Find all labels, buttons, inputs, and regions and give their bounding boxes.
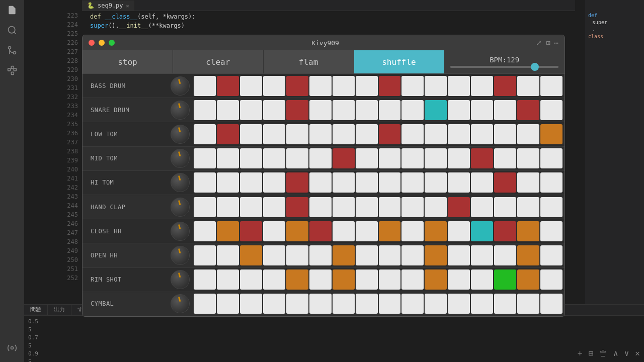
seq-cell-9-9[interactable] <box>401 294 424 314</box>
seq-cell-2-6[interactable] <box>333 124 355 144</box>
seq-cell-7-5[interactable] <box>309 245 332 265</box>
seq-cell-4-9[interactable] <box>401 172 424 193</box>
seq-cell-5-13[interactable] <box>494 197 516 217</box>
seq-cell-3-7[interactable] <box>356 148 378 168</box>
seq-knob-1[interactable] <box>171 101 190 120</box>
seq-cell-8-0[interactable] <box>194 269 216 290</box>
seq-cell-1-13[interactable] <box>494 100 516 120</box>
seq-cell-9-5[interactable] <box>309 294 332 314</box>
seq-cell-1-8[interactable] <box>379 100 401 120</box>
seq-cell-8-6[interactable] <box>333 269 355 290</box>
seq-knob-6[interactable] <box>171 222 190 241</box>
seq-cell-7-12[interactable] <box>471 245 493 265</box>
seq-cell-4-4[interactable] <box>286 172 308 193</box>
seq-cell-1-0[interactable] <box>194 100 216 120</box>
seq-cell-8-9[interactable] <box>401 269 424 290</box>
seq-cell-1-9[interactable] <box>401 100 424 120</box>
seq-cell-6-1[interactable] <box>217 221 239 241</box>
seq-cell-6-0[interactable] <box>194 221 216 241</box>
seq-knob-9[interactable] <box>171 294 190 313</box>
seq-cell-1-12[interactable] <box>471 100 493 120</box>
traffic-light-close[interactable] <box>89 40 95 46</box>
seq-cell-7-15[interactable] <box>540 245 562 265</box>
seq-cell-3-15[interactable] <box>540 148 562 168</box>
seq-cell-9-13[interactable] <box>494 294 516 314</box>
seq-cell-6-10[interactable] <box>425 221 447 241</box>
seq-cell-0-13[interactable] <box>494 76 516 96</box>
seq-cell-3-10[interactable] <box>425 148 447 168</box>
seq-cell-6-15[interactable] <box>540 221 562 241</box>
seq-cell-6-12[interactable] <box>471 221 493 241</box>
seq-cell-6-11[interactable] <box>448 221 470 241</box>
seq-cell-0-6[interactable] <box>333 76 355 96</box>
seq-cell-5-7[interactable] <box>356 197 378 217</box>
seq-cell-0-3[interactable] <box>263 76 285 96</box>
seq-cell-9-2[interactable] <box>240 294 262 314</box>
seq-cell-4-11[interactable] <box>448 172 470 193</box>
seq-cell-7-6[interactable] <box>333 245 355 265</box>
seq-cell-7-2[interactable] <box>240 245 262 265</box>
seq-cell-0-14[interactable] <box>517 76 539 96</box>
seq-cell-2-5[interactable] <box>309 124 332 144</box>
seq-cell-5-14[interactable] <box>517 197 539 217</box>
seq-cell-1-11[interactable] <box>448 100 470 120</box>
traffic-light-minimize[interactable] <box>99 40 105 46</box>
seq-cell-6-2[interactable] <box>240 221 262 241</box>
seq-cell-3-11[interactable] <box>448 148 470 168</box>
seq-cell-4-6[interactable] <box>333 172 355 193</box>
seq-cell-6-4[interactable] <box>286 221 308 241</box>
stop-button[interactable]: stop <box>83 50 173 73</box>
seq-cell-7-10[interactable] <box>425 245 447 265</box>
bottom-icon-down[interactable]: ∨ <box>624 348 629 358</box>
seq-cell-6-6[interactable] <box>333 221 355 241</box>
seq-knob-8[interactable] <box>171 270 190 289</box>
seq-cell-7-13[interactable] <box>494 245 516 265</box>
seq-cell-4-8[interactable] <box>379 172 401 193</box>
seq-cell-9-6[interactable] <box>333 294 355 314</box>
seq-cell-2-15[interactable] <box>540 124 562 144</box>
seq-cell-5-0[interactable] <box>194 197 216 217</box>
seq-cell-8-4[interactable] <box>286 269 308 290</box>
traffic-light-maximize[interactable] <box>109 40 115 46</box>
seq-cell-9-1[interactable] <box>217 294 239 314</box>
seq-knob-3[interactable] <box>171 149 190 168</box>
seq-cell-2-1[interactable] <box>217 124 239 144</box>
close-tab-icon[interactable]: ✕ <box>126 3 129 9</box>
seq-cell-7-14[interactable] <box>517 245 539 265</box>
seq-cell-5-15[interactable] <box>540 197 562 217</box>
bottom-icon-close[interactable]: ✕ <box>635 348 640 358</box>
seq-cell-9-8[interactable] <box>379 294 401 314</box>
seq-cell-0-9[interactable] <box>401 76 424 96</box>
seq-cell-0-7[interactable] <box>356 76 378 96</box>
editor-tab-seq9[interactable]: 🐍 seq9.py ✕ <box>82 0 135 11</box>
bottom-tab-output[interactable]: 出力 <box>48 305 71 315</box>
seq-cell-1-10[interactable] <box>425 100 447 120</box>
seq-cell-8-8[interactable] <box>379 269 401 290</box>
seq-cell-2-0[interactable] <box>194 124 216 144</box>
seq-cell-0-8[interactable] <box>379 76 401 96</box>
seq-knob-2[interactable] <box>171 125 190 144</box>
seq-cell-5-9[interactable] <box>401 197 424 217</box>
seq-cell-2-13[interactable] <box>494 124 516 144</box>
seq-cell-2-14[interactable] <box>517 124 539 144</box>
seq-knob-5[interactable] <box>171 198 190 217</box>
seq-cell-4-2[interactable] <box>240 172 262 193</box>
seq-cell-6-13[interactable] <box>494 221 516 241</box>
bpm-slider-thumb[interactable] <box>531 63 539 71</box>
bottom-icon-up[interactable]: ∧ <box>613 348 618 358</box>
seq-cell-2-11[interactable] <box>448 124 470 144</box>
seq-cell-1-4[interactable] <box>286 100 308 120</box>
bottom-icon-split[interactable]: ⊞ <box>588 348 593 358</box>
seq-cell-3-9[interactable] <box>401 148 424 168</box>
seq-cell-8-3[interactable] <box>263 269 285 290</box>
seq-cell-4-7[interactable] <box>356 172 378 193</box>
seq-cell-3-5[interactable] <box>309 148 332 168</box>
seq-cell-5-8[interactable] <box>379 197 401 217</box>
seq-cell-5-3[interactable] <box>263 197 285 217</box>
seq-cell-9-3[interactable] <box>263 294 285 314</box>
seq-cell-9-10[interactable] <box>425 294 447 314</box>
seq-cell-7-1[interactable] <box>217 245 239 265</box>
seq-cell-2-9[interactable] <box>401 124 424 144</box>
seq-cell-2-8[interactable] <box>379 124 401 144</box>
seq-cell-2-3[interactable] <box>263 124 285 144</box>
